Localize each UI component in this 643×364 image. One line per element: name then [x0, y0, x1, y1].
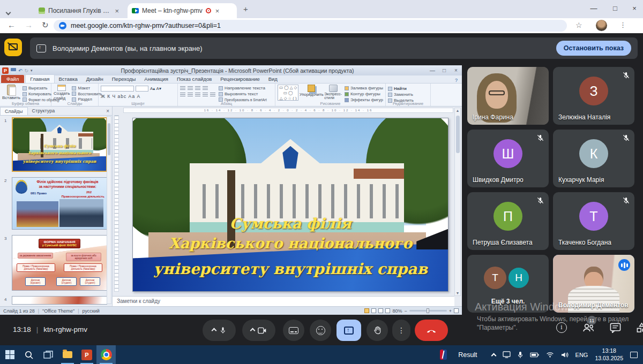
profile-avatar[interactable]: [596, 20, 607, 31]
slide-3-thumbnail[interactable]: ФОРМА НАВЧАННЯу Сумській філії ХНУВС за …: [12, 235, 107, 291]
language-indicator[interactable]: ENG: [575, 352, 588, 358]
present-button[interactable]: [337, 320, 361, 341]
back-button[interactable]: ←: [8, 20, 16, 29]
replace-button[interactable]: Заменить: [388, 92, 428, 97]
captions-button[interactable]: [283, 320, 304, 341]
shape-fill-button[interactable]: Заливка фигуры: [345, 86, 383, 90]
new-tab-button[interactable]: +: [243, 4, 248, 13]
tab-insert[interactable]: Вставка: [55, 75, 82, 83]
reset-button[interactable]: Восстановить: [72, 92, 102, 96]
stop-presenting-button[interactable]: Остановить показ: [556, 41, 631, 56]
tab-search-icon[interactable]: [6, 7, 10, 17]
ppt-maximize-button[interactable]: □: [438, 67, 450, 73]
powerpoint-taskbar-button[interactable]: P: [77, 345, 96, 364]
browser-tab-meet[interactable]: Meet – ktn-rghw-pmv ×: [128, 3, 237, 18]
quick-styles-button[interactable]: Экспресс-стили: [324, 85, 342, 101]
mic-options-icon[interactable]: [211, 328, 216, 333]
browser-tab-1[interactable]: Посилання Глухів 2 • demento ×: [34, 3, 124, 18]
font-name-select[interactable]: [101, 86, 134, 92]
fit-window-button[interactable]: [454, 308, 459, 313]
powerpoint-logo-icon[interactable]: P: [2, 67, 9, 74]
redo-icon[interactable]: ↻: [25, 68, 29, 73]
sorter-view-button[interactable]: [371, 308, 376, 313]
slide-4-thumbnail[interactable]: [12, 296, 107, 305]
tab-view[interactable]: Вид: [264, 75, 282, 83]
normal-view-button[interactable]: [364, 308, 369, 313]
participant-tile-tkachenko[interactable]: Т Ткаченко Богдана: [553, 192, 634, 250]
zoom-in-button[interactable]: +: [449, 308, 452, 314]
align-text-button[interactable]: Выровнять текст: [219, 92, 267, 96]
find-button[interactable]: Найти: [388, 86, 428, 91]
tab2-close-icon[interactable]: ×: [214, 7, 221, 15]
tab-file[interactable]: Файл: [1, 75, 24, 83]
task-view-button[interactable]: [39, 345, 58, 364]
chat-icon[interactable]: [610, 323, 621, 333]
zoom-out-button[interactable]: −: [404, 308, 407, 314]
slide-scrollbar[interactable]: ▲ ▼: [454, 108, 461, 296]
taskbar-clock[interactable]: 13:1813.03.2025: [595, 347, 623, 361]
address-bar[interactable]: meet.google.com/ktn-rghw-pmv?authuser=0&…: [54, 20, 567, 32]
window-close-button[interactable]: ×: [628, 4, 641, 12]
news-widget-label[interactable]: Result: [458, 351, 477, 359]
tab-design[interactable]: Дизайн: [82, 75, 108, 83]
zoom-slider[interactable]: [409, 310, 447, 312]
reload-button[interactable]: ↻: [42, 20, 49, 30]
participant-tile-petrusha[interactable]: П Петруша Єлизавета: [467, 192, 549, 250]
slideshow-view-button[interactable]: [385, 308, 390, 313]
text-direction-button[interactable]: Направление текста: [219, 86, 267, 90]
panel-close-icon[interactable]: ×: [106, 108, 113, 114]
chrome-taskbar-button[interactable]: [96, 345, 116, 364]
participant-tile-zelyukina[interactable]: З Зелюкіна Наталія: [553, 67, 634, 125]
shape-outline-button[interactable]: Контур фигуры: [345, 92, 383, 96]
start-button[interactable]: [0, 345, 19, 364]
microphone-button[interactable]: [203, 320, 236, 341]
volume-icon[interactable]: [561, 352, 569, 358]
wifi-icon[interactable]: [546, 352, 554, 358]
more-options-button[interactable]: ⋮: [392, 320, 410, 341]
ribbon-help-icon[interactable]: ?: [455, 78, 462, 83]
undo-icon[interactable]: ↶: [18, 68, 23, 73]
notification-center-icon[interactable]: [630, 352, 638, 358]
qat-dropdown-icon[interactable]: ▾: [31, 69, 33, 73]
tab-animations[interactable]: Анимация: [140, 75, 173, 83]
new-slide-button[interactable]: Создать слайд: [54, 85, 70, 101]
slides-tab[interactable]: Слайды: [0, 107, 28, 115]
bookmark-star-icon[interactable]: ☆: [575, 21, 582, 29]
taskbar-search-button[interactable]: [19, 345, 39, 364]
ppt-minimize-button[interactable]: —: [427, 67, 438, 73]
notes-pane[interactable]: Заметки к слайду: [113, 296, 454, 306]
activities-icon[interactable]: [636, 322, 643, 333]
reactions-button[interactable]: [310, 320, 331, 341]
forward-button[interactable]: →: [25, 20, 33, 29]
news-widget-icon[interactable]: [440, 350, 447, 360]
tab1-close-icon[interactable]: ×: [114, 7, 120, 15]
file-explorer-button[interactable]: [58, 345, 77, 364]
battery-icon[interactable]: [530, 352, 539, 358]
grow-shrink-font-icons[interactable]: А▴ А▾: [150, 86, 161, 91]
ppt-close-button[interactable]: ×: [450, 67, 462, 73]
tab-transitions[interactable]: Переходы: [108, 75, 140, 83]
arrange-button[interactable]: Упорядочить: [301, 85, 322, 101]
tab-slideshow[interactable]: Показ слайдов: [173, 75, 216, 83]
list-buttons[interactable]: [180, 86, 215, 90]
participant-tile-shvydkov[interactable]: Ш Швидков Дмитро: [467, 130, 549, 187]
window-maximize-button[interactable]: □: [609, 4, 622, 12]
browser-menu-icon[interactable]: ⋮: [619, 21, 626, 29]
window-minimize-button[interactable]: —: [587, 4, 600, 12]
paste-button[interactable]: Вставить: [2, 85, 20, 101]
tray-mic-icon[interactable]: [518, 351, 523, 359]
slide-canvas[interactable]: Сумська філія Харківського національного…: [132, 118, 448, 292]
participant-tile-kukharchuk[interactable]: К Кухарчук Марія: [553, 130, 634, 187]
font-size-select[interactable]: [136, 86, 148, 92]
participant-tile-irina[interactable]: Ірина Фарина: [467, 67, 549, 125]
camera-button[interactable]: [242, 320, 275, 341]
presentation-slash-icon[interactable]: [4, 39, 22, 56]
save-icon[interactable]: [11, 68, 16, 73]
shapes-gallery[interactable]: ▭ ◯ △ ◇ ▭ ◯ △ ◇ ☆ ( ) ~: [278, 85, 298, 101]
end-call-button[interactable]: [415, 320, 448, 341]
tab-home[interactable]: Главная: [25, 74, 54, 83]
slide-1-thumbnail[interactable]: Сумська філія Харківського національного…: [12, 117, 107, 172]
cast-icon[interactable]: [503, 351, 511, 358]
panel-scrollbar[interactable]: [107, 116, 111, 304]
meeting-info-icon[interactable]: i: [556, 322, 567, 333]
